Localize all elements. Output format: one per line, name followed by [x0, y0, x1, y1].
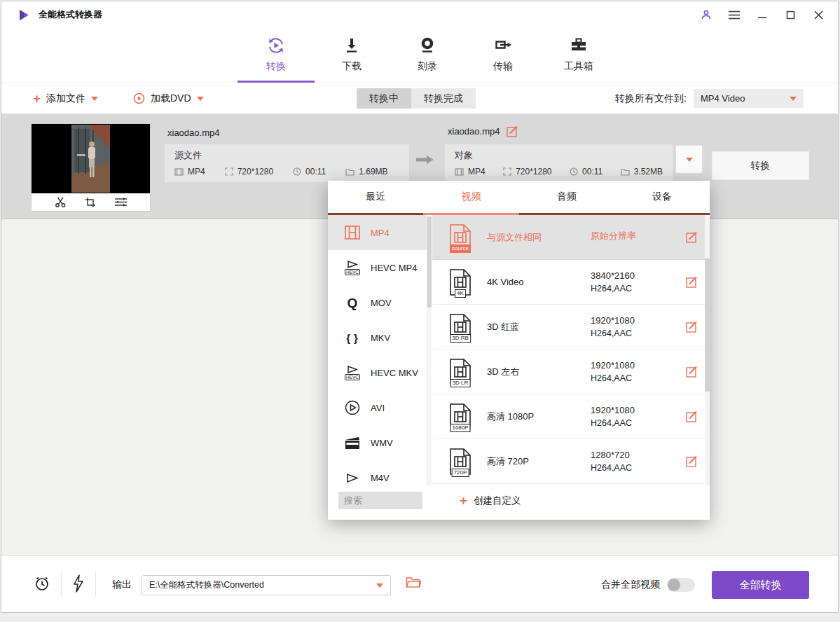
format-list-item[interactable]: HEVC Q { } HEVC MKV	[328, 355, 427, 390]
output-path-select[interactable]: E:\全能格式转换器\Converted	[142, 575, 391, 595]
preset-row[interactable]: 3D LR 3D 左右 1920*1080 H264,AAC	[432, 350, 705, 394]
toolbox-icon	[569, 35, 588, 56]
preset-row[interactable]: 720P 高清 720P 1280*720 H264,AAC	[432, 439, 705, 484]
mkv-format-icon: { }	[346, 332, 359, 344]
open-output-folder-icon[interactable]	[406, 576, 421, 588]
high-speed-bolt-icon[interactable]	[72, 574, 83, 593]
load-dvd-button[interactable]: 加载DVD	[133, 83, 204, 114]
tab-recent[interactable]: 最近	[328, 181, 423, 213]
preset-name: 与源文件相同	[487, 231, 591, 244]
source-format: MP4	[188, 167, 205, 177]
file-size-folder-icon	[621, 168, 630, 176]
preset-name: 3D 左右	[487, 366, 591, 378]
format-label: HEVC MP4	[371, 263, 417, 273]
output-format-select[interactable]: MP4 Video	[694, 89, 804, 108]
preset-row[interactable]: 3D RB 3D 红蓝 1920*1080 H264,AAC	[432, 305, 705, 350]
preset-resolution: 1920*1080	[591, 360, 682, 371]
resolution-icon	[225, 167, 233, 176]
tab-audio[interactable]: 音频	[519, 181, 614, 213]
app-title: 全能格式转换器	[39, 8, 102, 21]
preset-badge: 720P	[452, 469, 469, 477]
format-list-item[interactable]: HEVC Q { } MOV	[328, 285, 427, 320]
convert-button[interactable]: 转换	[712, 151, 809, 180]
preset-edit-icon[interactable]	[686, 231, 698, 243]
convert-icon	[266, 35, 286, 56]
load-dvd-label: 加载DVD	[151, 92, 191, 105]
divider	[95, 572, 96, 597]
merge-toggle[interactable]	[667, 578, 695, 592]
menu-icon[interactable]	[727, 8, 741, 22]
format-list-scrollbar[interactable]	[427, 216, 432, 486]
chevron-down-icon	[790, 97, 797, 101]
preset-resolution: 3840*2160	[591, 270, 682, 281]
format-list-item[interactable]: HEVC Q { } HEVC MP4	[328, 250, 427, 285]
tab-video[interactable]: 视频	[423, 181, 518, 213]
preset-edit-icon[interactable]	[686, 276, 698, 288]
scrollbar-thumb[interactable]	[705, 258, 710, 392]
queue-tabs: 转换中 转换完成	[357, 88, 476, 109]
format-list-item[interactable]: HEVC Q { } MKV	[328, 320, 427, 355]
trim-scissors-icon[interactable]	[55, 196, 67, 208]
account-icon[interactable]	[699, 8, 713, 22]
tab-device[interactable]: 设备	[614, 181, 710, 213]
format-label: MKV	[371, 333, 390, 343]
format-label: MP4	[371, 228, 390, 238]
format-list-item[interactable]: HEVC Q { } WMV	[328, 425, 427, 460]
preset-row[interactable]: 4K 4K Video 3840*2160 H264,AAC	[432, 260, 705, 305]
minimize-icon[interactable]	[755, 8, 769, 22]
transfer-icon	[493, 35, 513, 56]
tab-convert[interactable]: 转换	[245, 35, 308, 81]
preset-edit-icon[interactable]	[686, 321, 698, 333]
tab-label: 工具箱	[564, 60, 593, 73]
preset-file-icon: 3D RB	[449, 313, 471, 341]
maximize-icon[interactable]	[783, 8, 797, 22]
video-thumbnail[interactable]	[32, 124, 150, 211]
scrollbar-thumb[interactable]	[427, 216, 432, 307]
format-list-item[interactable]: HEVC Q { } MP4	[328, 215, 427, 250]
chevron-down-icon	[197, 97, 204, 101]
file-size-folder-icon	[345, 168, 354, 176]
source-file-name: xiaodao.mp4	[167, 127, 219, 138]
target-duration: 00:11	[582, 167, 603, 177]
target-resolution: 720*1280	[516, 167, 551, 177]
tab-burn[interactable]: 刻录	[396, 35, 459, 81]
target-format-dropdown-button[interactable]	[675, 145, 703, 174]
format-list: HEVC Q { } MP4 HEVC Q	[328, 215, 427, 486]
convert-all-button[interactable]: 全部转换	[712, 571, 809, 599]
preset-row[interactable]: source 与源文件相同 原始分辨率	[432, 215, 705, 260]
preset-edit-icon[interactable]	[686, 410, 698, 422]
tab-transfer[interactable]: 传输	[471, 35, 535, 81]
bottom-bar: 输出 E:\全能格式转换器\Converted 合并全部视频 全部转换	[1, 555, 838, 613]
source-info-panel: 源文件 MP4 720*1280 00:11 1.69MB	[165, 144, 409, 182]
tab-converted[interactable]: 转换完成	[411, 88, 476, 109]
hevc-format-icon: HEVC	[345, 260, 360, 275]
tab-converting[interactable]: 转换中	[357, 88, 411, 109]
preset-row[interactable]: 1080P 高清 1080P 1920*1080 H264,AAC	[432, 394, 705, 439]
source-panel-title: 源文件	[174, 149, 399, 162]
preset-edit-icon[interactable]	[686, 455, 698, 467]
tab-download[interactable]: 下载	[320, 35, 383, 81]
crop-icon[interactable]	[85, 197, 96, 208]
effects-sliders-icon[interactable]	[114, 197, 128, 207]
preset-badge: 1080P	[450, 424, 470, 432]
rename-edit-icon[interactable]	[507, 125, 518, 137]
create-custom-button[interactable]: + 创建自定义	[460, 492, 521, 509]
format-list-item[interactable]: HEVC Q { } AVI	[328, 390, 427, 425]
close-icon[interactable]	[811, 8, 825, 22]
preset-resolution: 原始分辨率	[591, 230, 682, 242]
source-resolution: 720*1280	[237, 167, 273, 177]
format-list-item[interactable]: HEVC Q { } M4V	[328, 460, 427, 486]
schedule-alarm-icon[interactable]	[34, 575, 50, 592]
tab-toolbox[interactable]: 工具箱	[547, 35, 610, 81]
preset-codec: H264,AAC	[591, 463, 682, 473]
title-bar: 全能格式转换器	[1, 1, 838, 28]
format-search-input[interactable]	[338, 492, 422, 509]
preset-resolution: 1280*720	[591, 450, 682, 460]
plus-icon: +	[460, 494, 467, 507]
preset-badge: 3D LR	[450, 379, 471, 387]
add-file-button[interactable]: + 添加文件	[33, 83, 98, 114]
source-duration: 00:11	[305, 167, 326, 177]
chevron-down-icon	[686, 158, 693, 162]
preset-edit-icon[interactable]	[686, 366, 698, 378]
preset-list-scrollbar[interactable]	[705, 216, 710, 486]
